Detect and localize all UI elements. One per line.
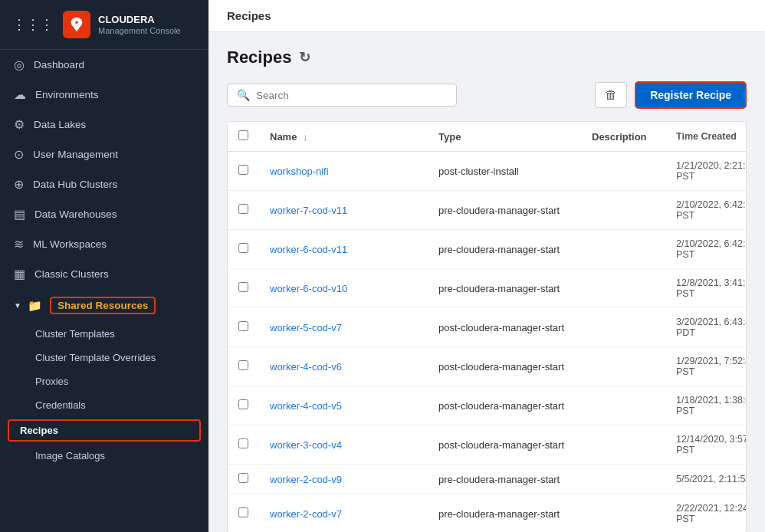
data-lakes-icon: ⚙ [14, 117, 25, 132]
row-checkbox-cell[interactable] [228, 347, 259, 386]
sidebar-sub-image-catalogs[interactable]: Image Catalogs [0, 444, 208, 468]
recipe-link[interactable]: worker-3-cod-v4 [270, 439, 342, 451]
row-checkbox-cell[interactable] [228, 230, 259, 269]
row-description [581, 269, 665, 308]
sidebar-item-data-lakes[interactable]: ⚙ Data Lakes [0, 110, 208, 140]
row-checkbox[interactable] [238, 165, 248, 175]
data-hub-clusters-icon: ⊕ [14, 177, 24, 192]
row-checkbox[interactable] [238, 360, 248, 370]
sidebar-item-ml-workspaces[interactable]: ≋ ML Workspaces [0, 229, 208, 259]
sidebar-item-classic-clusters[interactable]: ▦ Classic Clusters [0, 259, 208, 289]
shared-resources-label: Shared Resources [50, 297, 156, 314]
col-header-name[interactable]: Name ↓ [259, 122, 428, 152]
row-checkbox[interactable] [238, 399, 248, 409]
row-type: pre-cloudera-manager-start [428, 269, 581, 308]
row-checkbox-cell[interactable] [228, 494, 259, 533]
sidebar-item-dashboard[interactable]: ◎ Dashboard [0, 50, 208, 80]
recipe-link[interactable]: worker-5-cod-v7 [270, 322, 342, 333]
sidebar-sub-proxies[interactable]: Proxies [0, 369, 208, 393]
select-all-checkbox[interactable] [238, 130, 248, 140]
refresh-icon[interactable]: ↻ [299, 49, 310, 66]
recipe-link[interactable]: worker-6-cod-v11 [270, 244, 347, 255]
row-time-created: 12/8/2021, 3:41:30 AM PST [665, 269, 747, 308]
table-row: worker-4-cod-v6 post-cloudera-manager-st… [228, 347, 747, 386]
row-checkbox[interactable] [238, 438, 248, 448]
recipe-link[interactable]: worker-4-cod-v6 [270, 361, 342, 373]
row-checkbox-cell[interactable] [228, 465, 259, 494]
row-checkbox[interactable] [238, 507, 248, 517]
row-description [581, 308, 665, 347]
content-title: Recipes ↻ [227, 48, 747, 67]
recipe-link[interactable]: worker-7-cod-v11 [270, 205, 347, 216]
sidebar-item-data-hub-clusters[interactable]: ⊕ Data Hub Clusters [0, 169, 208, 199]
sidebar-item-data-warehouses[interactable]: ▤ Data Warehouses [0, 199, 208, 229]
row-checkbox[interactable] [238, 473, 248, 483]
user-management-icon: ⊙ [14, 147, 24, 162]
table-row: worker-3-cod-v4 post-cloudera-manager-st… [228, 425, 747, 465]
row-description [581, 230, 665, 269]
sidebar-sub-recipes[interactable]: Recipes [8, 419, 201, 442]
row-checkbox-cell[interactable] [228, 308, 259, 347]
row-type: post-cloudera-manager-start [428, 425, 581, 465]
row-checkbox-cell[interactable] [228, 191, 259, 230]
recipe-link[interactable]: worker-2-cod-v9 [270, 474, 342, 485]
row-checkbox[interactable] [238, 321, 248, 331]
row-checkbox[interactable] [238, 243, 248, 253]
row-description [581, 152, 665, 191]
logo-icon [68, 16, 85, 33]
sidebar-sub-cluster-templates[interactable]: Cluster Templates [0, 322, 208, 346]
sidebar-item-label: Dashboard [34, 59, 84, 71]
search-box[interactable]: 🔍 [227, 84, 457, 107]
page-title: Recipes [227, 9, 271, 22]
sidebar-item-label: Classic Clusters [34, 268, 109, 280]
app-grid-icon[interactable]: ⋮⋮⋮ [12, 16, 54, 33]
data-warehouses-icon: ▤ [14, 207, 25, 222]
row-checkbox-cell[interactable] [228, 386, 259, 425]
row-checkbox-cell[interactable] [228, 152, 259, 191]
col-header-description: Description [581, 122, 665, 152]
row-description [581, 191, 665, 230]
sidebar-sub-cluster-template-overrides[interactable]: Cluster Template Overrides [0, 346, 208, 369]
ml-workspaces-icon: ≋ [14, 237, 24, 251]
sidebar-sub-credentials[interactable]: Credentials [0, 393, 208, 417]
recipe-link[interactable]: worker-6-cod-v10 [270, 283, 347, 294]
sidebar-item-user-management[interactable]: ⊙ User Management [0, 140, 208, 169]
sidebar-item-label: Data Hub Clusters [33, 179, 117, 190]
shared-resources-section[interactable]: ▼ 📁 Shared Resources [0, 289, 208, 322]
search-input[interactable] [256, 90, 447, 101]
recipe-link[interactable]: worker-2-cod-v7 [270, 508, 342, 520]
brand-sub: Management Console [98, 26, 181, 35]
table-row: worker-4-cod-v5 post-cloudera-manager-st… [228, 386, 747, 425]
recipe-link[interactable]: worker-4-cod-v5 [270, 400, 342, 412]
row-description [581, 465, 665, 494]
brand-text: CLOUDERA Management Console [98, 14, 181, 35]
recipe-link[interactable]: workshop-nifi [270, 166, 329, 177]
row-checkbox-cell[interactable] [228, 425, 259, 465]
row-name: worker-7-cod-v11 [259, 191, 428, 230]
row-name: worker-6-cod-v10 [259, 269, 428, 308]
recipes-label: Recipes [20, 425, 58, 436]
row-checkbox[interactable] [238, 204, 248, 214]
table-header-row: Name ↓ Type Description Time Created [228, 122, 747, 152]
register-recipe-button[interactable]: Register Recipe [635, 81, 747, 109]
row-name: workshop-nifi [259, 152, 428, 191]
sidebar-item-label: ML Workspaces [33, 238, 107, 250]
search-icon: 🔍 [237, 89, 250, 101]
row-type: pre-cloudera-manager-start [428, 465, 581, 494]
row-checkbox[interactable] [238, 282, 248, 292]
classic-clusters-icon: ▦ [14, 267, 25, 281]
select-all-header[interactable] [228, 122, 259, 152]
row-checkbox-cell[interactable] [228, 269, 259, 308]
delete-button[interactable]: 🗑 [595, 82, 627, 108]
row-type: pre-cloudera-manager-start [428, 230, 581, 269]
row-time-created: 1/21/2020, 2:21:55 PM PST [665, 152, 747, 191]
sidebar-item-environments[interactable]: ☁ Environments [0, 80, 208, 110]
toolbar: 🔍 🗑 Register Recipe [227, 81, 747, 109]
row-description [581, 494, 665, 533]
table-row: worker-2-cod-v9 pre-cloudera-manager-sta… [228, 465, 747, 494]
col-header-time-created: Time Created [665, 122, 747, 152]
row-name: worker-6-cod-v11 [259, 230, 428, 269]
col-header-type: Type [428, 122, 581, 152]
row-description [581, 425, 665, 465]
row-time-created: 1/29/2021, 7:52:48 AM PST [665, 347, 747, 386]
